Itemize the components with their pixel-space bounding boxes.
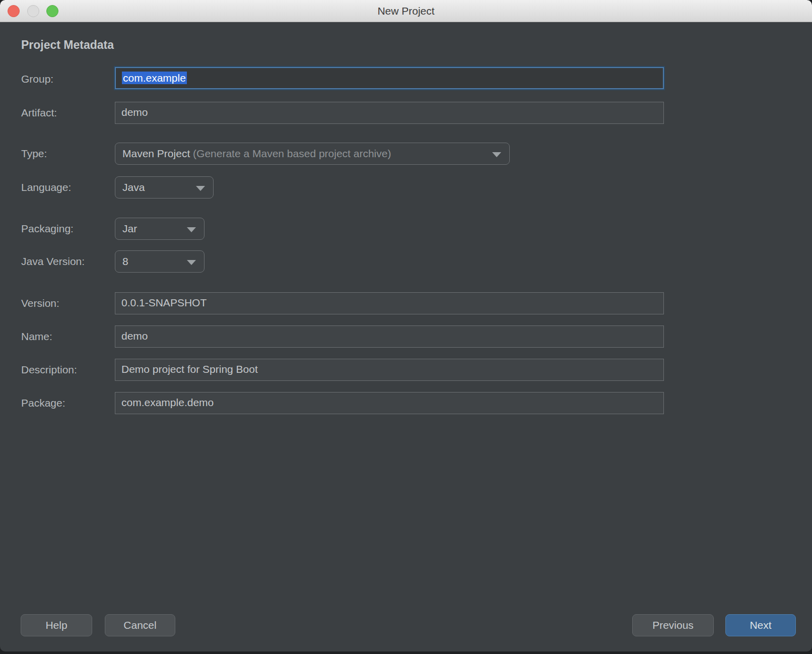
chevron-down-icon xyxy=(187,260,196,265)
name-value: demo xyxy=(121,330,148,342)
java-version-value: 8 xyxy=(122,255,128,267)
packaging-label: Packaging: xyxy=(21,218,74,240)
previous-button[interactable]: Previous xyxy=(632,614,714,636)
artifact-value: demo xyxy=(121,106,148,118)
name-input[interactable]: demo xyxy=(115,325,664,348)
selected-text: com.example xyxy=(122,72,187,84)
artifact-label: Artifact: xyxy=(21,102,57,124)
package-label: Package: xyxy=(21,392,65,414)
page-title: Project Metadata xyxy=(21,38,114,52)
artifact-input[interactable]: demo xyxy=(115,102,664,124)
description-value: Demo project for Spring Boot xyxy=(121,363,258,375)
new-project-dialog: New Project Project Metadata Group: com.… xyxy=(0,0,812,651)
type-hint: (Generate a Maven based project archive) xyxy=(193,148,391,159)
window-title: New Project xyxy=(0,0,812,22)
chevron-down-icon xyxy=(492,152,501,157)
version-value: 0.0.1-SNAPSHOT xyxy=(121,297,207,308)
type-select[interactable]: Maven Project (Generate a Maven based pr… xyxy=(115,143,510,165)
cancel-button[interactable]: Cancel xyxy=(105,614,175,636)
description-label: Description: xyxy=(21,359,77,381)
name-label: Name: xyxy=(21,325,52,348)
chevron-down-icon xyxy=(196,186,205,191)
type-label: Type: xyxy=(21,143,47,165)
language-select[interactable]: Java xyxy=(115,176,214,199)
next-button[interactable]: Next xyxy=(725,614,796,636)
language-value: Java xyxy=(122,181,145,193)
package-value: com.example.demo xyxy=(121,397,214,408)
group-label: Group: xyxy=(21,68,53,90)
chevron-down-icon xyxy=(187,227,196,232)
version-input[interactable]: 0.0.1-SNAPSHOT xyxy=(115,292,664,314)
java-version-label: Java Version: xyxy=(21,250,85,273)
packaging-value: Jar xyxy=(122,223,137,234)
package-input[interactable]: com.example.demo xyxy=(115,392,664,414)
java-version-select[interactable]: 8 xyxy=(115,250,205,273)
help-button[interactable]: Help xyxy=(21,614,92,636)
description-input[interactable]: Demo project for Spring Boot xyxy=(115,359,664,381)
version-label: Version: xyxy=(21,292,59,314)
titlebar: New Project xyxy=(0,0,812,22)
language-label: Language: xyxy=(21,176,71,199)
type-value: Maven Project xyxy=(122,148,190,159)
packaging-select[interactable]: Jar xyxy=(115,218,205,240)
group-input[interactable]: com.example xyxy=(115,67,664,89)
